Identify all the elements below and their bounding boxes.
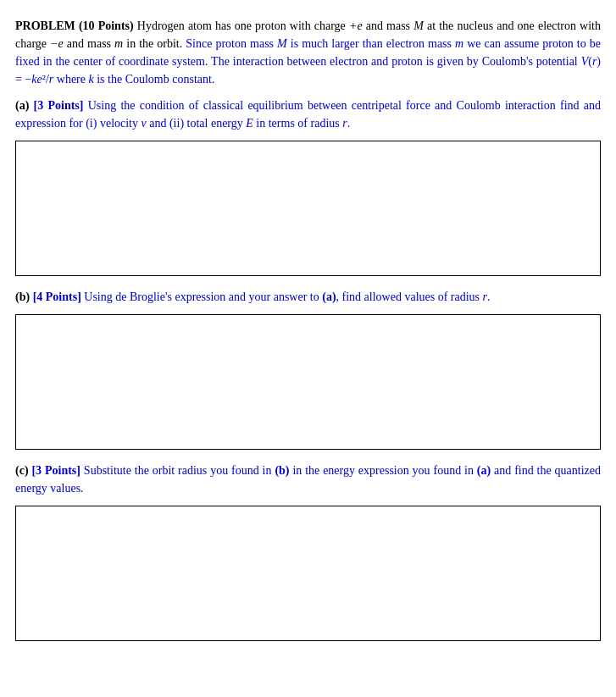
problem-intro: PROBLEM (10 Points) Hydrogen atom has on… xyxy=(15,17,601,88)
part-b-label: (b) [4 Points] Using de Broglie's expres… xyxy=(15,290,491,303)
answer-box-a xyxy=(15,141,601,276)
part-c-section: (c) [3 Points] Substitute the orbit radi… xyxy=(15,462,601,497)
part-a-label: (a) [3 Points] Using the condition of cl… xyxy=(15,99,601,130)
answer-box-c xyxy=(15,506,601,641)
part-c-label: (c) [3 Points] Substitute the orbit radi… xyxy=(15,464,601,495)
problem-label: PROBLEM (10 Points) xyxy=(15,19,134,32)
problem-container: PROBLEM (10 Points) Hydrogen atom has on… xyxy=(15,17,601,641)
part-a-section: (a) [3 Points] Using the condition of cl… xyxy=(15,97,601,132)
answer-box-b xyxy=(15,314,601,450)
part-b-section: (b) [4 Points] Using de Broglie's expres… xyxy=(15,288,601,306)
